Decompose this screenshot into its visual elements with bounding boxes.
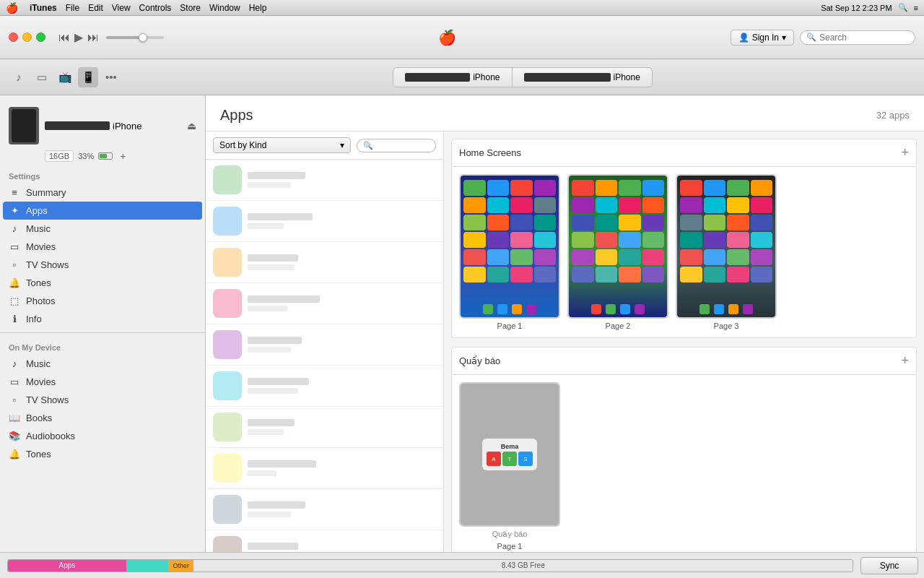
list-item[interactable] bbox=[206, 160, 443, 201]
music-media-icon[interactable]: ♪ bbox=[9, 67, 29, 87]
play-button[interactable]: ▶ bbox=[74, 30, 83, 44]
device-tab-2[interactable]: iPhone bbox=[513, 67, 653, 87]
app-info bbox=[248, 419, 436, 435]
sidebar-item-device-tv[interactable]: ▫ TV Shows bbox=[0, 391, 205, 409]
sidebar-item-tones[interactable]: 🔔 Tones bbox=[0, 274, 205, 292]
sidebar-label-device-music: Music bbox=[26, 358, 51, 369]
sort-select[interactable]: Sort by Kind ▾ bbox=[213, 137, 351, 153]
app-search-input[interactable] bbox=[373, 141, 438, 150]
app-sub bbox=[248, 182, 291, 188]
list-item[interactable] bbox=[206, 324, 443, 366]
music-icon: ♪ bbox=[9, 223, 20, 234]
volume-slider[interactable] bbox=[106, 36, 164, 39]
toolbar-search-box[interactable]: 🔍 bbox=[800, 30, 915, 45]
device-bar: ♪ ▭ 📺 📱 ••• iPhone iPhone bbox=[0, 59, 924, 95]
sidebar-label-apps: Apps bbox=[26, 205, 48, 216]
quay-bao-page-1[interactable]: Bema A T S Quấy báo Page 1 bbox=[459, 382, 560, 551]
sidebar-item-device-movies[interactable]: ▭ Movies bbox=[0, 373, 205, 391]
device-media-icon[interactable]: 📱 bbox=[78, 67, 98, 87]
app-sub bbox=[248, 388, 298, 394]
sidebar-item-movies[interactable]: ▭ Movies bbox=[0, 238, 205, 256]
eject-button[interactable]: ⏏ bbox=[187, 120, 196, 131]
app-info bbox=[248, 543, 436, 552]
app-sub bbox=[248, 347, 291, 353]
home-screen-page-2[interactable]: Page 2 bbox=[567, 174, 668, 330]
home-screen-page-3[interactable]: Page 3 bbox=[676, 174, 777, 330]
sidebar-item-device-tones[interactable]: 🔔 Tones bbox=[0, 445, 205, 463]
menubar: 🍎 iTunes File Edit View Controls Store W… bbox=[0, 0, 924, 16]
device-movies-icon: ▭ bbox=[9, 376, 20, 387]
sidebar-item-device-music[interactable]: ♪ Music bbox=[0, 355, 205, 373]
minimize-button[interactable] bbox=[22, 33, 32, 42]
maximize-button[interactable] bbox=[36, 33, 45, 42]
app-icon bbox=[213, 371, 242, 400]
sync-button[interactable]: Sync bbox=[860, 557, 918, 574]
list-item[interactable] bbox=[206, 242, 443, 283]
sidebar-item-photos[interactable]: ⬚ Photos bbox=[0, 292, 205, 310]
app-search-box[interactable]: 🔍 bbox=[357, 139, 436, 152]
sidebar-label-device-movies: Movies bbox=[26, 376, 56, 387]
traffic-lights bbox=[9, 33, 45, 42]
toolbar-center: 🍎 bbox=[171, 29, 723, 46]
home-screens-add-button[interactable]: + bbox=[901, 145, 909, 160]
fast-forward-button[interactable]: ⏭ bbox=[87, 31, 99, 44]
toolbar-right: 👤 Sign In ▾ 🔍 bbox=[731, 30, 915, 46]
sidebar-label-photos: Photos bbox=[26, 296, 55, 306]
sidebar-item-apps[interactable]: ✦ Apps bbox=[3, 202, 202, 220]
app-icon bbox=[213, 536, 242, 552]
app-icon bbox=[213, 495, 242, 524]
capacity-badge: 16GB bbox=[45, 150, 74, 162]
tv-media-icon[interactable]: 📺 bbox=[55, 67, 75, 87]
sidebar-item-device-audiobooks[interactable]: 📚 Audiobooks bbox=[0, 427, 205, 445]
rewind-button[interactable]: ⏮ bbox=[58, 31, 70, 44]
sidebar-item-music[interactable]: ♪ Music bbox=[0, 220, 205, 238]
list-item[interactable] bbox=[206, 283, 443, 324]
list-item[interactable] bbox=[206, 448, 443, 489]
menubar-store[interactable]: Store bbox=[180, 3, 201, 13]
list-item[interactable] bbox=[206, 366, 443, 407]
menubar-itunes[interactable]: iTunes bbox=[30, 3, 57, 13]
apple-menu-icon[interactable]: 🍎 bbox=[6, 2, 18, 14]
app-name bbox=[248, 296, 320, 303]
list-item[interactable] bbox=[206, 489, 443, 530]
app-icon bbox=[213, 289, 242, 318]
menubar-controls[interactable]: Controls bbox=[139, 3, 172, 13]
sidebar-item-device-books[interactable]: 📖 Books bbox=[0, 409, 205, 427]
list-item[interactable] bbox=[206, 530, 443, 552]
home-screen-page-1[interactable]: Page 1 bbox=[459, 174, 560, 330]
apps-storage-segment: Apps bbox=[8, 560, 126, 571]
menubar-window[interactable]: Window bbox=[209, 3, 240, 13]
menubar-edit[interactable]: Edit bbox=[88, 3, 103, 13]
quay-bao-add-button[interactable]: + bbox=[901, 353, 909, 368]
list-item[interactable] bbox=[206, 407, 443, 448]
app-search-icon: 🔍 bbox=[363, 141, 373, 150]
device-tv-icon: ▫ bbox=[9, 394, 20, 405]
device-name-redacted bbox=[45, 121, 110, 130]
more-media-icon[interactable]: ••• bbox=[101, 67, 121, 87]
list-item[interactable] bbox=[206, 201, 443, 242]
close-button[interactable] bbox=[9, 33, 18, 42]
device-tab-1[interactable]: iPhone bbox=[393, 67, 512, 87]
free-storage-segment: 8.43 GB Free bbox=[193, 560, 853, 571]
signin-button[interactable]: 👤 Sign In ▾ bbox=[731, 30, 794, 46]
sidebar-item-info[interactable]: ℹ Info bbox=[0, 310, 205, 328]
other-storage-label: Other bbox=[173, 562, 190, 569]
app-info bbox=[248, 378, 436, 394]
signin-label: Sign In bbox=[752, 33, 779, 43]
sidebar-label-device-books: Books bbox=[26, 413, 52, 423]
app-info bbox=[248, 254, 436, 270]
menubar-time: Sat Sep 12 2:23 PM bbox=[821, 4, 892, 12]
search-icon[interactable]: 🔍 bbox=[898, 3, 908, 12]
menubar-view[interactable]: View bbox=[112, 3, 131, 13]
sidebar-item-summary[interactable]: ≡ Summary bbox=[0, 184, 205, 202]
app-icon bbox=[213, 454, 242, 483]
search-input[interactable] bbox=[819, 33, 906, 43]
sidebar-label-summary: Summary bbox=[26, 187, 66, 198]
menubar-help[interactable]: Help bbox=[249, 3, 267, 13]
app-info bbox=[248, 213, 436, 229]
movies-media-icon[interactable]: ▭ bbox=[32, 67, 52, 87]
app-name bbox=[248, 337, 302, 344]
sidebar-item-tvshows[interactable]: ▫ TV Shows bbox=[0, 256, 205, 274]
menubar-file[interactable]: File bbox=[66, 3, 79, 13]
add-capacity-button[interactable]: + bbox=[120, 150, 126, 162]
